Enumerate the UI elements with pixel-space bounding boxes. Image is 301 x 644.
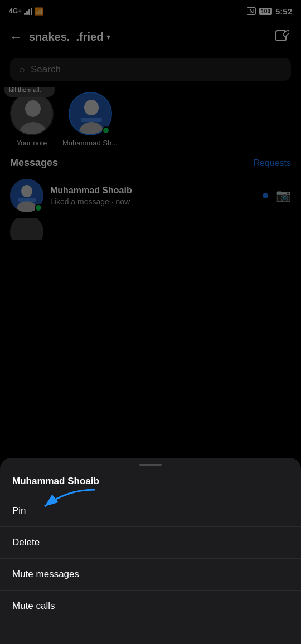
mute-calls-label: Mute calls — [12, 601, 55, 612]
username-label: snakes._.fried — [29, 31, 103, 43]
dropdown-arrow-icon[interactable]: ▾ — [106, 32, 110, 41]
requests-button[interactable]: Requests — [253, 158, 291, 168]
delete-label: Delete — [12, 537, 40, 548]
search-bar[interactable]: ⌕ Search — [10, 58, 291, 81]
search-container: ⌕ Search — [0, 53, 301, 87]
username-area: snakes._.fried ▾ — [29, 31, 265, 43]
message-item-0[interactable]: Muhammad Shoaib Liked a message · now 📷 — [0, 173, 301, 218]
signal-bar-1 — [24, 13, 26, 15]
unread-dot-0 — [263, 193, 268, 198]
muhammad-sh-online-dot — [102, 126, 110, 134]
sheet-handle — [139, 464, 162, 466]
pin-label: Pin — [12, 505, 26, 516]
signal-bar-2 — [26, 11, 28, 15]
bottom-sheet: Muhammad Shoaib Pin Delete Mute messages… — [0, 458, 301, 644]
story-item-your-note[interactable]: No matter i will kill them all. Your not… — [10, 92, 54, 147]
time-display: 5:52 — [275, 7, 292, 16]
muhammad-sh-label: Muhammad Sh... — [62, 139, 118, 147]
your-note-person-svg — [11, 93, 54, 135]
svg-rect-8 — [81, 118, 102, 122]
camera-icon-0[interactable]: 📷 — [276, 188, 291, 203]
stories-row: No matter i will kill them all. Your not… — [0, 87, 301, 154]
msg-avatar-wrap-0 — [10, 179, 43, 212]
sheet-item-delete[interactable]: Delete — [0, 527, 301, 559]
message-item-partial — [0, 218, 301, 240]
msg-name-0: Muhammad Shoaib — [50, 186, 256, 196]
msg-info-0: Muhammad Shoaib Liked a message · now — [50, 186, 256, 206]
msg-online-dot-0 — [35, 204, 42, 212]
search-icon: ⌕ — [19, 64, 25, 75]
status-right: N 100 5:52 — [247, 7, 292, 16]
signal-bar-3 — [28, 9, 30, 15]
status-left: 4G+ 📶 — [9, 7, 43, 16]
sheet-title: Muhammad Shoaib — [0, 468, 301, 495]
msg-preview-0: Liked a message · now — [50, 197, 256, 206]
back-button[interactable]: ← — [9, 29, 22, 45]
edit-icon — [275, 30, 289, 44]
edit-button[interactable] — [272, 27, 292, 47]
svg-point-6 — [84, 100, 99, 115]
sheet-item-pin[interactable]: Pin — [0, 495, 301, 527]
battery-icon: 100 — [259, 8, 272, 15]
signal-bar-4 — [31, 8, 32, 15]
svg-point-10 — [21, 185, 32, 197]
header: ← snakes._.fried ▾ — [0, 20, 301, 53]
wifi-icon: 📶 — [35, 7, 43, 16]
search-placeholder: Search — [31, 64, 61, 75]
nfc-icon: N — [247, 7, 256, 15]
status-bar: 4G+ 📶 N 100 5:52 — [0, 0, 301, 20]
msg-avatar-partial — [10, 218, 43, 240]
note-bubble: No matter i will kill them all. — [4, 87, 55, 97]
messages-label: Messages — [10, 157, 58, 169]
sheet-item-mute-calls[interactable]: Mute calls — [0, 591, 301, 622]
svg-point-3 — [25, 100, 41, 117]
your-note-avatar — [10, 92, 54, 135]
msg-actions-0: 📷 — [263, 188, 291, 203]
sheet-handle-wrap — [0, 458, 301, 468]
messages-header: Messages Requests — [0, 154, 301, 173]
your-note-label: Your note — [16, 139, 47, 147]
signal-label: 4G+ — [9, 7, 22, 15]
your-note-avatar-wrap: No matter i will kill them all. — [10, 92, 54, 135]
mute-messages-label: Mute messages — [12, 569, 79, 580]
story-item-muhammad-sh[interactable]: Muhammad Sh... — [62, 92, 118, 147]
signal-bars — [24, 8, 32, 15]
sheet-item-mute-messages[interactable]: Mute messages — [0, 559, 301, 591]
svg-rect-12 — [18, 198, 36, 202]
muhammad-sh-avatar-wrap — [69, 92, 112, 135]
